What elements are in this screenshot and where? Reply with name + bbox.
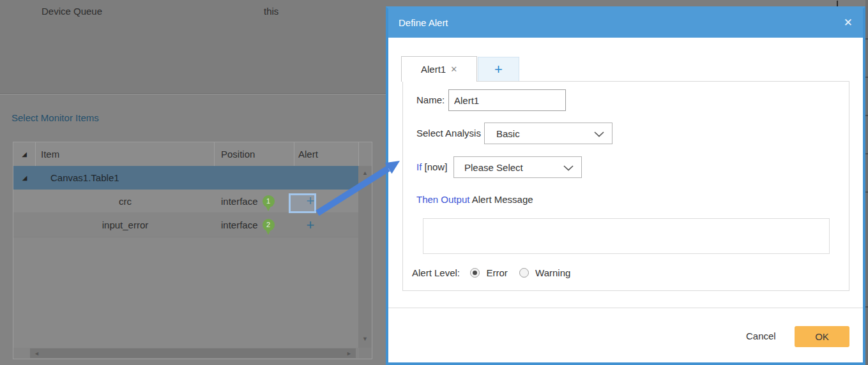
edge-tick [865,306,868,308]
scroll-down-icon[interactable]: ▼ [358,336,372,342]
dialog-titlebar: Define Alert ✕ [388,9,863,38]
tab-close-icon[interactable]: ✕ [450,64,457,74]
this-label: this [264,6,278,17]
edge-tick [865,191,868,193]
map-pin-icon: 1 [263,195,275,207]
position-cell: interface 1 [215,195,294,207]
device-queue-label: Device Queue [42,6,102,17]
dialog-body: Alert1 ✕ + Name: Select Analysis Basic I… [388,38,863,362]
expander-icon: ◢ [22,151,27,158]
group-item-label: Canvas1.Table1 [36,172,119,183]
position-cell: interface 2 [215,219,294,231]
screen: Device Queue this Select Monitor Items ◢… [0,0,868,365]
cancel-button[interactable]: Cancel [746,331,776,341]
table-row[interactable]: input_error interface 2 + [13,213,359,237]
monitor-items-table: ◢ Item Position Alert ◢ Canvas1.Table1 c… [13,142,372,359]
scroll-left-icon[interactable]: ◄ [30,350,43,357]
highlight-box [289,193,316,213]
row-expander[interactable]: ◢ [13,175,36,181]
footer-divider [388,308,863,308]
edge-tick [865,153,868,154]
alert-cell: + [294,219,359,232]
ok-button[interactable]: OK [795,326,849,347]
table-row-group[interactable]: ◢ Canvas1.Table1 [13,166,359,190]
collapse-all-header[interactable]: ◢ [13,142,36,166]
add-alert-button[interactable]: + [298,219,323,232]
vertical-scrollbar[interactable]: ▲ ▼ [358,166,372,348]
background-mark [837,1,838,6]
dialog-title: Define Alert [399,9,448,36]
column-header-position[interactable]: Position [215,142,294,166]
close-icon[interactable]: ✕ [844,9,853,36]
section-title: Select Monitor Items [11,112,99,123]
horizontal-scrollbar-track[interactable]: ◄ ► [30,348,356,358]
edge-tick [865,38,868,40]
scroll-right-icon[interactable]: ► [342,350,356,357]
item-cell: input_error [36,220,215,230]
column-header-item[interactable]: Item [36,142,215,166]
edge-tick [865,115,868,116]
map-pin-icon: 2 [263,219,275,231]
scrollbar-corner [359,348,372,359]
expander-icon: ◢ [22,175,27,181]
add-tab-button[interactable]: + [478,57,519,81]
column-header-alert[interactable]: Alert [294,142,359,166]
define-alert-dialog: Define Alert ✕ Alert1 ✕ + Name: Select A… [386,6,865,365]
position-label: interface [221,196,258,207]
position-label: interface [221,220,258,230]
tab-alert1[interactable]: Alert1 ✕ [401,56,477,82]
edge-tick [865,77,868,78]
table-header-row: ◢ Item Position Alert [13,142,359,167]
background-scrollbar-edge [865,0,868,365]
scroll-up-icon[interactable]: ▲ [358,170,372,176]
item-cell: crc [36,196,215,207]
tab-content-panel [402,81,849,291]
horizontal-scrollbar[interactable]: ◄ ► [13,348,359,359]
tab-label: Alert1 [421,64,446,75]
